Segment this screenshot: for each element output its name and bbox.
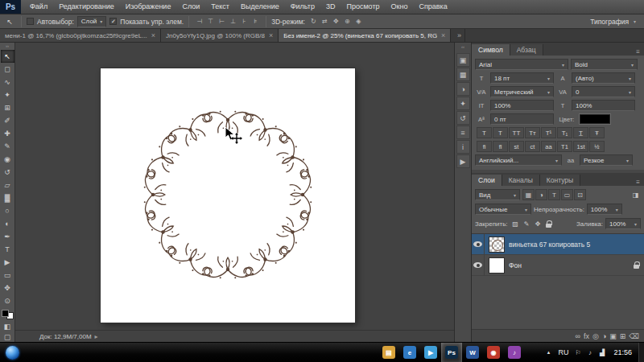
filter-pixel-layers-icon[interactable]: ▦	[522, 189, 535, 200]
blur-tool[interactable]: ○	[1, 204, 14, 217]
contextual-alternates-button[interactable]: fl	[493, 141, 508, 152]
layer-filtering-toggle[interactable]: ◨	[630, 190, 641, 200]
panel-properties-icon[interactable]: ≡	[456, 125, 470, 139]
menu-file[interactable]: Файл	[24, 0, 53, 14]
superscript-button[interactable]: T¹	[541, 127, 556, 138]
type-tool[interactable]: T	[1, 243, 14, 256]
filter-type-select[interactable]: Вид▾	[475, 189, 520, 200]
font-size-field[interactable]: 18 пт▾	[490, 72, 554, 84]
layer-thumbnail[interactable]	[489, 257, 505, 274]
strikethrough-button[interactable]: Ŧ	[589, 127, 605, 138]
panel-tab[interactable]: Каналы	[502, 175, 540, 186]
healing-brush-tool[interactable]: ✚	[1, 127, 14, 140]
language-select[interactable]: Английский...▾	[475, 154, 562, 166]
font-style-select[interactable]: Bold▾	[571, 59, 638, 70]
taskbar-music[interactable]: ♪	[504, 343, 525, 362]
crop-tool[interactable]: ⊞	[1, 101, 14, 114]
clone-stamp-tool[interactable]: ◉	[1, 153, 14, 166]
align-bottom-edges-icon[interactable]: ⊧	[250, 16, 261, 27]
font-family-select[interactable]: Arial▾	[475, 59, 568, 70]
panel-swatches-icon[interactable]: ▦	[456, 68, 470, 81]
network-icon[interactable]: ▟	[597, 349, 607, 356]
panel-tab[interactable]: Слои	[472, 175, 502, 186]
pasteboard[interactable]	[15, 43, 454, 330]
action-center-icon[interactable]: ⚐	[572, 349, 583, 356]
close-tab-icon[interactable]: ×	[151, 31, 155, 39]
layer-row[interactable]: Фон	[472, 255, 644, 276]
history-brush-tool[interactable]: ↺	[1, 166, 14, 179]
quick-selection-tool[interactable]: ✦	[1, 88, 14, 101]
panel-tab[interactable]: Абзац	[510, 44, 543, 56]
small-caps-button[interactable]: Tт	[525, 127, 540, 138]
panel-menu-icon[interactable]: ≡	[632, 48, 644, 56]
status-menu-arrow[interactable]: ▸	[95, 333, 98, 340]
screen-mode-button[interactable]: ▢	[1, 331, 14, 342]
filter-smart-objects-icon[interactable]: ⊡	[574, 189, 586, 200]
menu-image[interactable]: Изображение	[120, 0, 177, 14]
show-transform-controls-checkbox[interactable]: ✓	[109, 18, 117, 25]
lock-transparency-icon[interactable]: ▨	[510, 219, 521, 229]
delete-layer-icon[interactable]: ⌫	[629, 332, 639, 340]
align-left-edges-icon[interactable]: ⊣	[194, 16, 204, 27]
taskbar-word[interactable]: W	[462, 343, 483, 362]
shape-tool[interactable]: ▭	[1, 269, 14, 282]
filter-shape-layers-icon[interactable]: ▭	[561, 189, 573, 200]
3d-roll-icon[interactable]: ⇄	[320, 16, 330, 27]
fill-field[interactable]: 100%▾	[605, 218, 641, 229]
gradient-tool[interactable]: ▓	[1, 191, 14, 204]
taskbar-photoshop[interactable]: Ps	[441, 343, 462, 362]
layer-visibility-toggle[interactable]	[472, 255, 485, 276]
document-tab[interactable]: Jn0y5oYfy1Q.jpg @ 100% (RGB/8 ×	[161, 29, 279, 42]
show-desktop-button[interactable]	[638, 343, 644, 362]
menu-edit[interactable]: Редактирование	[53, 0, 120, 14]
new-layer-icon[interactable]: ⊞	[620, 332, 626, 340]
menu-view[interactable]: Просмотр	[341, 0, 385, 14]
standard-ligatures-button[interactable]: fi	[477, 141, 492, 152]
faux-italic-button[interactable]: T	[493, 127, 508, 138]
tab-overflow-chevron[interactable]: »	[454, 29, 464, 42]
volume-icon[interactable]: ♪	[584, 349, 595, 356]
link-layers-icon[interactable]: ∞	[575, 332, 580, 340]
menu-select[interactable]: Выделение	[235, 0, 285, 14]
tracking-field[interactable]: 0▾	[572, 86, 635, 97]
add-layer-mask-icon[interactable]: ◎	[592, 332, 599, 340]
3d-slide-icon[interactable]: ⊕	[342, 16, 353, 27]
panel-color-icon[interactable]: ▣	[456, 53, 470, 67]
menu-type[interactable]: Текст	[205, 0, 235, 14]
toolbar-collapse-icon[interactable]: ››	[6, 43, 9, 50]
eraser-tool[interactable]: ▱	[1, 179, 14, 191]
lock-pixels-icon[interactable]: ✎	[522, 219, 532, 229]
foreground-color-swatch[interactable]	[2, 310, 9, 317]
underline-button[interactable]: T̲	[573, 127, 588, 138]
close-tab-icon[interactable]: ×	[269, 31, 273, 39]
filter-adjustment-layers-icon[interactable]: ◑	[535, 189, 547, 200]
workspace-switcher[interactable]: Типография▾	[585, 18, 641, 26]
kerning-field[interactable]: Метрический▾	[490, 86, 554, 97]
taskbar-clock[interactable]: 21:56	[607, 348, 638, 356]
menu-layers[interactable]: Слои	[176, 0, 205, 14]
eyedropper-tool[interactable]: ✐	[1, 114, 14, 127]
zoom-tool[interactable]: ⊙	[1, 294, 14, 307]
document-tab[interactable]: Без имени-2 @ 25% (виньетка 67 копироват…	[279, 29, 451, 42]
lock-position-icon[interactable]: ✥	[533, 219, 543, 229]
panel-tab[interactable]: Контуры	[540, 175, 580, 186]
blend-mode-select[interactable]: Обычные▾	[475, 204, 531, 215]
close-tab-icon[interactable]: ×	[441, 31, 445, 39]
lock-all-icon[interactable]	[546, 220, 551, 228]
panel-adjustments-icon[interactable]: ◑	[456, 82, 470, 96]
panel-actions-icon[interactable]: ▶	[456, 154, 470, 168]
opacity-field[interactable]: 100%▾	[587, 204, 622, 215]
layer-effects-icon[interactable]: fx	[584, 332, 589, 340]
subscript-button[interactable]: T₁	[557, 127, 572, 138]
taskbar-internet-explorer[interactable]: e	[399, 343, 420, 362]
layer-row[interactable]: виньетка 67 копировать 5	[472, 234, 644, 255]
swash-button[interactable]: ct	[525, 141, 540, 152]
taskbar-explorer[interactable]: ▤	[378, 343, 399, 362]
taskbar-browser[interactable]: ◉	[483, 343, 504, 362]
fractions-button[interactable]: ½	[589, 141, 605, 152]
antialias-select[interactable]: Резкое▾	[580, 154, 633, 166]
3d-scale-icon[interactable]: ◈	[353, 16, 364, 27]
expand-panels-icon[interactable]: ‹‹	[461, 44, 464, 52]
filter-type-layers-icon[interactable]: T	[548, 189, 560, 200]
horizontal-scale-field[interactable]: 100%	[572, 100, 635, 111]
